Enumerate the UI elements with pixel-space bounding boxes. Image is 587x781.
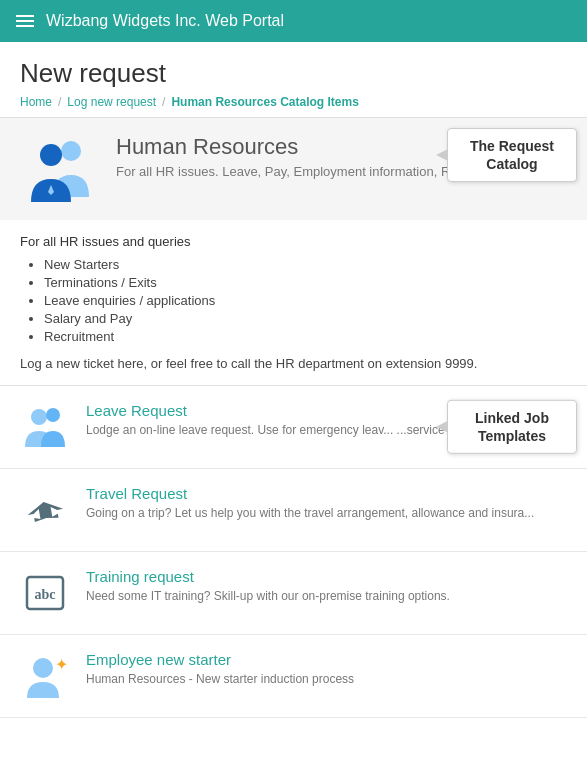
list-item: Recruitment: [44, 329, 567, 344]
training-request-icon: abc: [20, 568, 70, 618]
hr-people-icon: [20, 134, 100, 204]
catalog-item-travel-request[interactable]: Travel Request Going on a trip? Let us h…: [0, 469, 587, 552]
svg-point-0: [61, 141, 81, 161]
new-starter-text: Employee new starter Human Resources - N…: [86, 651, 354, 686]
linked-job-templates-callout: Linked Job Templates: [447, 400, 577, 454]
list-item: Terminations / Exits: [44, 275, 567, 290]
breadcrumb-sep2: /: [162, 95, 165, 109]
hr-description-section: For all HR issues and queries New Starte…: [0, 220, 587, 385]
svg-point-7: [33, 658, 53, 678]
hr-topics-list: New Starters Terminations / Exits Leave …: [44, 257, 567, 344]
breadcrumb-current: Human Resources Catalog Items: [171, 95, 358, 109]
new-starter-desc: Human Resources - New starter induction …: [86, 672, 354, 686]
hr-banner: Human Resources For all HR issues. Leave…: [0, 118, 587, 220]
breadcrumb-home[interactable]: Home: [20, 95, 52, 109]
breadcrumb-log[interactable]: Log new request: [67, 95, 156, 109]
travel-request-icon: [20, 485, 70, 535]
breadcrumb: Home / Log new request / Human Resources…: [20, 95, 567, 109]
page-title: New request: [20, 58, 567, 89]
svg-point-3: [31, 409, 47, 425]
hr-footer-note: Log a new ticket here, or feel free to c…: [20, 356, 567, 371]
hamburger-menu-button[interactable]: [16, 15, 34, 27]
breadcrumb-sep1: /: [58, 95, 61, 109]
catalog-item-training-request[interactable]: abc Training request Need some IT traini…: [0, 552, 587, 635]
new-starter-title[interactable]: Employee new starter: [86, 651, 354, 668]
training-request-title[interactable]: Training request: [86, 568, 450, 585]
list-item: New Starters: [44, 257, 567, 272]
travel-request-desc: Going on a trip? Let us help you with th…: [86, 506, 534, 520]
app-title: Wizbang Widgets Inc. Web Portal: [46, 12, 284, 30]
page-header: New request Home / Log new request / Hum…: [0, 42, 587, 118]
new-starter-icon: ✦: [20, 651, 70, 701]
svg-point-4: [46, 408, 60, 422]
leave-request-title[interactable]: Leave Request: [86, 402, 445, 419]
request-catalog-callout: The Request Catalog: [447, 128, 577, 182]
svg-point-1: [40, 144, 62, 166]
leave-request-desc: Lodge an on-line leave request. Use for …: [86, 423, 445, 437]
catalog-item-new-starter[interactable]: ✦ Employee new starter Human Resources -…: [0, 635, 587, 718]
travel-request-title[interactable]: Travel Request: [86, 485, 534, 502]
leave-request-icon: [20, 402, 70, 452]
list-item: Leave enquiries / applications: [44, 293, 567, 308]
catalog-item-leave-request[interactable]: Leave Request Lodge an on-line leave req…: [0, 386, 587, 469]
svg-text:abc: abc: [35, 587, 56, 602]
app-header: Wizbang Widgets Inc. Web Portal: [0, 0, 587, 42]
training-request-desc: Need some IT training? Skill-up with our…: [86, 589, 450, 603]
training-request-text: Training request Need some IT training? …: [86, 568, 450, 603]
travel-request-text: Travel Request Going on a trip? Let us h…: [86, 485, 534, 520]
main-content: Human Resources For all HR issues. Leave…: [0, 118, 587, 718]
svg-text:✦: ✦: [55, 656, 68, 673]
list-item: Salary and Pay: [44, 311, 567, 326]
catalog-items-list: Leave Request Lodge an on-line leave req…: [0, 385, 587, 718]
hr-intro: For all HR issues and queries: [20, 234, 567, 249]
leave-request-text: Leave Request Lodge an on-line leave req…: [86, 402, 445, 437]
